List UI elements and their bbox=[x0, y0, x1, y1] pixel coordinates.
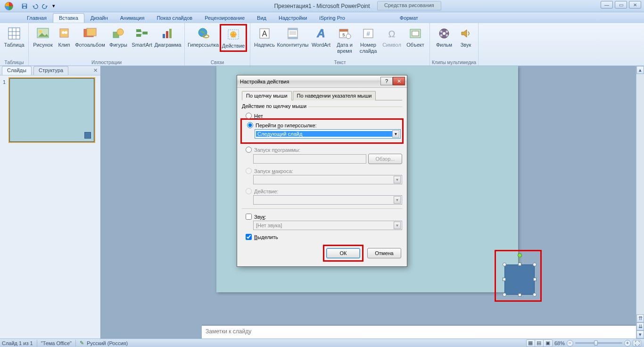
svg-text:#: # bbox=[366, 30, 370, 37]
tab-design[interactable]: Дизайн bbox=[84, 13, 114, 23]
tab-slides[interactable]: Слайды bbox=[2, 66, 32, 75]
tab-addins[interactable]: Надстройки bbox=[272, 13, 313, 23]
view-sorter-icon[interactable]: ▤ bbox=[535, 340, 544, 347]
symbol-icon: Ω bbox=[384, 26, 399, 41]
tab-outline[interactable]: Структура bbox=[33, 66, 68, 75]
hyperlink-target-combo[interactable]: Следующий слайд ▼ bbox=[255, 129, 401, 139]
radio-program[interactable] bbox=[246, 147, 252, 153]
hyperlink-highlight: Перейти по гиперссылке: Следующий слайд … bbox=[240, 118, 404, 144]
movie-icon bbox=[437, 26, 452, 41]
status-language[interactable]: Русский (Россия) bbox=[87, 340, 128, 346]
resize-handle-s[interactable] bbox=[518, 293, 521, 297]
photoalbum-button[interactable]: Фотоальбом bbox=[74, 24, 106, 50]
datetime-button[interactable]: 5Дата и время bbox=[333, 24, 356, 56]
wordart-button[interactable]: AWordArt bbox=[310, 24, 332, 56]
svg-point-48 bbox=[440, 31, 443, 33]
option-sound[interactable]: Звук: bbox=[242, 213, 402, 221]
action-button[interactable]: Действие bbox=[220, 24, 247, 52]
zoom-thumb[interactable] bbox=[594, 340, 598, 346]
object-button[interactable]: Объект bbox=[404, 24, 427, 56]
slidenum-button[interactable]: #Номер слайда bbox=[357, 24, 380, 56]
headerfooter-button[interactable]: Колонтитулы bbox=[277, 24, 309, 56]
close-button[interactable]: ✕ bbox=[629, 1, 641, 8]
scroll-track[interactable] bbox=[636, 74, 644, 314]
tab-view[interactable]: Вид bbox=[251, 13, 272, 23]
scroll-up-icon[interactable]: ▴ bbox=[636, 66, 644, 74]
shapes-button[interactable]: Фигуры bbox=[107, 24, 130, 50]
zoom-in-button[interactable]: + bbox=[624, 340, 631, 347]
view-buttons: ▦ ▤ ▣ bbox=[526, 339, 553, 347]
checkbox-sound[interactable] bbox=[246, 214, 252, 220]
resize-handle-se[interactable] bbox=[533, 293, 537, 297]
shape-rectangle[interactable] bbox=[504, 264, 535, 295]
resize-handle-w[interactable] bbox=[503, 278, 506, 281]
fit-window-icon[interactable]: ⛶ bbox=[633, 340, 641, 347]
tab-home[interactable]: Главная bbox=[21, 13, 53, 23]
maximize-button[interactable]: ▭ bbox=[615, 1, 627, 8]
resize-handle-e[interactable] bbox=[533, 278, 537, 281]
macro-combo: ▼ bbox=[253, 175, 402, 184]
rotate-handle[interactable] bbox=[518, 253, 522, 257]
undo-icon[interactable] bbox=[30, 2, 40, 10]
vertical-scrollbar[interactable]: ▴ ⇈ ⇊ ▾ bbox=[636, 66, 644, 339]
prev-slide-icon[interactable]: ⇈ bbox=[636, 314, 644, 322]
tab-animation[interactable]: Анимация bbox=[114, 13, 151, 23]
slide-thumbnail[interactable]: 1 bbox=[3, 78, 98, 142]
radio-hyperlink[interactable] bbox=[247, 122, 253, 128]
slidenum-icon: # bbox=[361, 26, 376, 41]
dialog-titlebar[interactable]: Настройка действия ? ✕ bbox=[237, 75, 407, 88]
tab-on-hover[interactable]: По наведении указателя мыши bbox=[293, 91, 376, 100]
checkbox-highlight[interactable] bbox=[246, 234, 252, 240]
resize-handle-ne[interactable] bbox=[533, 263, 537, 266]
tab-ispring[interactable]: iSpring Pro bbox=[313, 13, 351, 23]
panel-close-icon[interactable]: ✕ bbox=[93, 67, 98, 74]
zoom-percent[interactable]: 68% bbox=[554, 340, 565, 346]
shapes-label: Фигуры bbox=[109, 42, 127, 48]
textbox-button[interactable]: AНадпись bbox=[253, 24, 276, 56]
dialog-help-button[interactable]: ? bbox=[380, 77, 393, 85]
resize-handle-nw[interactable] bbox=[503, 263, 506, 266]
option-program[interactable]: Запуск программы: bbox=[242, 146, 402, 154]
movie-button[interactable]: Фильм bbox=[433, 24, 455, 50]
next-slide-icon[interactable]: ⇊ bbox=[636, 322, 644, 330]
table-button[interactable]: Таблица bbox=[3, 24, 25, 50]
zoom-slider[interactable] bbox=[575, 342, 622, 344]
sound-button[interactable]: Звук bbox=[456, 24, 475, 50]
office-button[interactable] bbox=[0, 0, 18, 12]
save-icon[interactable] bbox=[20, 2, 29, 10]
tab-review[interactable]: Рецензирование bbox=[198, 13, 251, 23]
qat-dropdown-icon[interactable]: ▾ bbox=[51, 2, 57, 10]
tab-format[interactable]: Формат bbox=[394, 13, 424, 23]
dialog-close-button[interactable]: ✕ bbox=[393, 77, 405, 85]
option-hyperlink[interactable]: Перейти по гиперссылке: bbox=[243, 121, 401, 129]
resize-handle-sw[interactable] bbox=[503, 293, 506, 297]
clip-button[interactable]: Клип bbox=[55, 24, 73, 50]
hyperlink-button[interactable]: Гиперссылка bbox=[188, 24, 219, 52]
redo-icon[interactable] bbox=[41, 2, 50, 10]
thumbnails[interactable]: 1 bbox=[0, 75, 100, 339]
svg-rect-45 bbox=[412, 31, 419, 36]
sound-value: [Нет звука] bbox=[255, 223, 394, 228]
cancel-button[interactable]: Отмена bbox=[367, 248, 401, 258]
minimize-button[interactable]: — bbox=[601, 1, 613, 8]
tab-slideshow[interactable]: Показ слайдов bbox=[150, 13, 198, 23]
smartart-button[interactable]: SmartArt bbox=[131, 24, 153, 50]
chart-button[interactable]: Диаграмма bbox=[154, 24, 182, 50]
picture-button[interactable]: Рисунок bbox=[32, 24, 54, 50]
scroll-down-icon[interactable]: ▾ bbox=[636, 330, 644, 339]
combo-arrow-icon[interactable]: ▼ bbox=[392, 130, 399, 138]
ok-button[interactable]: ОК bbox=[326, 248, 360, 258]
svg-text:A: A bbox=[316, 27, 325, 40]
view-show-icon[interactable]: ▣ bbox=[544, 340, 552, 347]
contextual-tools-tab[interactable]: Средства рисования bbox=[377, 1, 441, 10]
view-normal-icon[interactable]: ▦ bbox=[527, 340, 535, 347]
tab-on-click[interactable]: По щелчку мыши bbox=[242, 91, 292, 100]
spellcheck-icon[interactable]: ✎ bbox=[80, 340, 84, 346]
radio-none[interactable] bbox=[246, 113, 252, 119]
zoom-out-button[interactable]: − bbox=[567, 340, 573, 347]
hyperlink-label: Гиперссылка bbox=[188, 42, 219, 48]
resize-handle-n[interactable] bbox=[518, 263, 521, 266]
option-highlight[interactable]: Выделить bbox=[242, 233, 402, 241]
notes-pane[interactable]: Заметки к слайду bbox=[202, 324, 636, 339]
tab-insert[interactable]: Вставка bbox=[53, 13, 84, 23]
